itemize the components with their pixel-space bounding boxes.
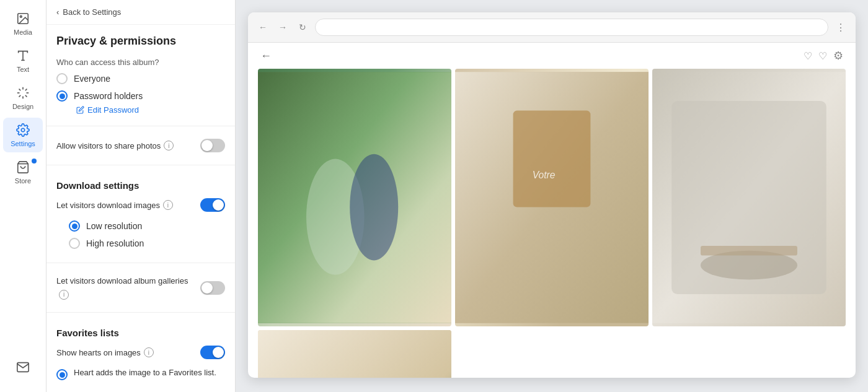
design-label: Design [12,103,33,110]
site-header-icons: ♡ ♡ ⚙ [804,49,843,63]
heart-description-row: Heart adds the image to a Favorites list… [46,363,235,385]
sidebar-item-design[interactable]: Design [3,81,43,115]
radio-everyone[interactable]: Everyone [56,73,225,84]
browser-toolbar: ← → ↻ ⋮ [248,12,856,43]
download-galleries-label: Let visitors download album galleries i [56,276,193,300]
sidebar-item-text[interactable]: Text [3,43,43,78]
photo-placeholder-2: Votre [455,69,649,326]
svg-text:Votre: Votre [533,170,556,180]
edit-password-label: Edit Password [87,105,139,115]
download-info-icon[interactable]: i [163,200,173,210]
share-toggle-knob [202,140,213,151]
browser-back-btn[interactable]: ← [255,20,270,35]
download-images-toggle[interactable] [200,198,225,212]
settings-panel: ‹ Back to Settings Privacy & permissions… [46,0,236,392]
svg-point-1 [20,15,22,17]
photo-cell-3 [652,69,846,326]
svg-point-17 [350,154,398,261]
browser-reload-btn[interactable]: ↻ [295,20,310,35]
user-icon[interactable]: ⚙ [833,49,843,63]
sidebar-item-email[interactable] [3,355,43,380]
svg-rect-26 [258,330,451,378]
photo-cell-4 [258,330,451,378]
media-label: Media [14,28,32,36]
text-label: Text [17,66,29,73]
sidebar-item-media[interactable]: Media [3,6,43,41]
radio-high-label: High resolution [86,238,144,248]
icon-sidebar: Media Text Design [0,0,46,392]
photo-placeholder-1 [258,69,451,326]
svg-line-11 [25,89,27,91]
access-radio-group: Everyone Password holders [46,73,235,102]
photo-placeholder-3 [652,69,846,326]
preview-pane: ← → ↻ ⋮ ← ♡ ♡ ⚙ [236,0,868,392]
galleries-info-icon[interactable]: i [59,290,69,300]
sidebar-item-settings[interactable]: Settings [3,118,43,152]
browser-more-btn[interactable]: ⋮ [833,20,848,35]
back-arrow-icon[interactable]: ← [260,50,272,63]
back-label: Back to Settings [63,7,121,17]
radio-high-circle [69,238,80,249]
bell-icon[interactable]: ♡ [818,50,827,62]
radio-low-res[interactable]: Low resolution [69,220,225,232]
download-galleries-toggle[interactable] [200,281,225,295]
image-icon [16,11,30,26]
download-images-toggle-knob [213,199,224,211]
photo-cell-1 [258,69,451,326]
resolution-radio-group: Low resolution High resolution [46,216,235,254]
radio-high-res[interactable]: High resolution [69,238,225,249]
store-badge [32,159,37,163]
svg-line-6 [19,89,21,91]
show-hearts-toggle[interactable] [200,346,225,359]
show-hearts-row: Show hearts on images i [46,342,235,363]
radio-everyone-label: Everyone [74,74,110,84]
hearts-info-icon[interactable]: i [144,347,154,357]
photo-site-header: ← ♡ ♡ ⚙ [248,43,856,69]
design-icon [16,85,30,100]
show-hearts-toggle-knob [213,347,224,358]
browser-forward-btn[interactable]: → [275,20,290,35]
divider-4 [46,312,235,313]
radio-password-circle [56,90,68,102]
divider-1 [46,126,235,126]
share-label: Allow visitors to share photos i [56,141,174,150]
svg-line-7 [25,95,27,97]
browser-window: ← → ↻ ⋮ ← ♡ ♡ ⚙ [248,12,856,378]
email-icon [16,360,30,375]
chevron-left-icon: ‹ [56,7,59,17]
photo-cell-2: Votre [455,69,649,326]
store-icon [16,160,30,175]
heart-description: Heart adds the image to a Favorites list… [74,368,216,377]
download-galleries-toggle-knob [202,282,213,294]
browser-url-bar[interactable] [315,19,828,36]
download-galleries-row: Let visitors download album galleries i [46,272,235,303]
pencil-icon [76,106,84,114]
text-icon [16,48,30,63]
share-info-icon[interactable]: i [164,141,174,150]
edit-password-link[interactable]: Edit Password [46,102,235,117]
share-photos-row: Allow visitors to share photos i [46,135,235,156]
photo-placeholder-4 [258,330,451,378]
heart-radio-circle [56,369,68,380]
svg-line-10 [19,95,21,97]
sidebar-item-store[interactable]: Store [3,155,43,189]
favorites-heading: Favorites lists [46,321,235,342]
who-can-access-label: Who can access this album? [46,53,235,73]
back-to-settings-link[interactable]: ‹ Back to Settings [46,0,235,25]
svg-rect-25 [701,246,797,256]
download-images-row: Let visitors download images i [46,194,235,216]
svg-point-12 [21,128,25,132]
store-label: Store [15,177,31,185]
radio-low-circle [69,220,80,232]
photo-grid: Votre [248,69,856,378]
radio-low-label: Low resolution [86,221,142,231]
divider-3 [46,263,235,263]
divider-2 [46,165,235,165]
settings-label: Settings [11,140,35,147]
heart-icon[interactable]: ♡ [804,50,812,62]
panel-title: Privacy & permissions [46,25,235,53]
radio-everyone-circle [56,73,68,84]
radio-password[interactable]: Password holders [56,90,225,102]
share-toggle[interactable] [200,139,225,152]
svg-rect-20 [513,111,591,207]
